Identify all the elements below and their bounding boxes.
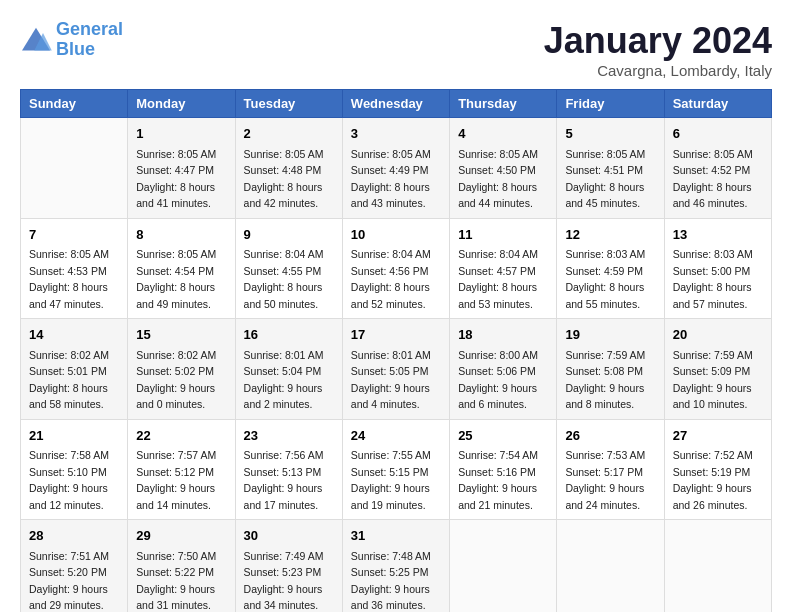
calendar-cell: 28 Sunrise: 7:51 AMSunset: 5:20 PMDaylig… bbox=[21, 520, 128, 613]
day-number: 18 bbox=[458, 325, 548, 345]
calendar-header: SundayMondayTuesdayWednesdayThursdayFrid… bbox=[21, 90, 772, 118]
day-info: Sunrise: 7:53 AMSunset: 5:17 PMDaylight:… bbox=[565, 449, 645, 511]
day-number: 9 bbox=[244, 225, 334, 245]
day-number: 19 bbox=[565, 325, 655, 345]
calendar-cell: 26 Sunrise: 7:53 AMSunset: 5:17 PMDaylig… bbox=[557, 419, 664, 520]
day-info: Sunrise: 8:01 AMSunset: 5:05 PMDaylight:… bbox=[351, 349, 431, 411]
header-day: Tuesday bbox=[235, 90, 342, 118]
title-block: January 2024 Cavargna, Lombardy, Italy bbox=[544, 20, 772, 79]
day-number: 8 bbox=[136, 225, 226, 245]
day-info: Sunrise: 7:55 AMSunset: 5:15 PMDaylight:… bbox=[351, 449, 431, 511]
calendar-cell: 5 Sunrise: 8:05 AMSunset: 4:51 PMDayligh… bbox=[557, 118, 664, 219]
logo-line1: General bbox=[56, 19, 123, 39]
day-info: Sunrise: 7:52 AMSunset: 5:19 PMDaylight:… bbox=[673, 449, 753, 511]
calendar-cell: 16 Sunrise: 8:01 AMSunset: 5:04 PMDaylig… bbox=[235, 319, 342, 420]
calendar-cell bbox=[450, 520, 557, 613]
header-day: Thursday bbox=[450, 90, 557, 118]
calendar-cell: 7 Sunrise: 8:05 AMSunset: 4:53 PMDayligh… bbox=[21, 218, 128, 319]
day-info: Sunrise: 8:04 AMSunset: 4:57 PMDaylight:… bbox=[458, 248, 538, 310]
calendar-cell: 4 Sunrise: 8:05 AMSunset: 4:50 PMDayligh… bbox=[450, 118, 557, 219]
calendar-cell: 21 Sunrise: 7:58 AMSunset: 5:10 PMDaylig… bbox=[21, 419, 128, 520]
calendar-cell bbox=[21, 118, 128, 219]
week-row: 7 Sunrise: 8:05 AMSunset: 4:53 PMDayligh… bbox=[21, 218, 772, 319]
calendar-cell: 27 Sunrise: 7:52 AMSunset: 5:19 PMDaylig… bbox=[664, 419, 771, 520]
day-info: Sunrise: 7:58 AMSunset: 5:10 PMDaylight:… bbox=[29, 449, 109, 511]
day-number: 16 bbox=[244, 325, 334, 345]
header-day: Monday bbox=[128, 90, 235, 118]
day-number: 17 bbox=[351, 325, 441, 345]
day-info: Sunrise: 8:05 AMSunset: 4:49 PMDaylight:… bbox=[351, 148, 431, 210]
calendar-cell: 19 Sunrise: 7:59 AMSunset: 5:08 PMDaylig… bbox=[557, 319, 664, 420]
day-number: 1 bbox=[136, 124, 226, 144]
day-number: 14 bbox=[29, 325, 119, 345]
day-number: 2 bbox=[244, 124, 334, 144]
day-number: 22 bbox=[136, 426, 226, 446]
day-info: Sunrise: 8:03 AMSunset: 4:59 PMDaylight:… bbox=[565, 248, 645, 310]
calendar-cell: 29 Sunrise: 7:50 AMSunset: 5:22 PMDaylig… bbox=[128, 520, 235, 613]
day-info: Sunrise: 8:05 AMSunset: 4:53 PMDaylight:… bbox=[29, 248, 109, 310]
day-number: 12 bbox=[565, 225, 655, 245]
header-day: Wednesday bbox=[342, 90, 449, 118]
calendar-cell: 22 Sunrise: 7:57 AMSunset: 5:12 PMDaylig… bbox=[128, 419, 235, 520]
header-day: Sunday bbox=[21, 90, 128, 118]
calendar-cell: 15 Sunrise: 8:02 AMSunset: 5:02 PMDaylig… bbox=[128, 319, 235, 420]
location: Cavargna, Lombardy, Italy bbox=[544, 62, 772, 79]
calendar-cell: 25 Sunrise: 7:54 AMSunset: 5:16 PMDaylig… bbox=[450, 419, 557, 520]
week-row: 28 Sunrise: 7:51 AMSunset: 5:20 PMDaylig… bbox=[21, 520, 772, 613]
calendar-cell: 2 Sunrise: 8:05 AMSunset: 4:48 PMDayligh… bbox=[235, 118, 342, 219]
day-info: Sunrise: 8:05 AMSunset: 4:54 PMDaylight:… bbox=[136, 248, 216, 310]
calendar-cell: 6 Sunrise: 8:05 AMSunset: 4:52 PMDayligh… bbox=[664, 118, 771, 219]
week-row: 21 Sunrise: 7:58 AMSunset: 5:10 PMDaylig… bbox=[21, 419, 772, 520]
day-info: Sunrise: 8:05 AMSunset: 4:52 PMDaylight:… bbox=[673, 148, 753, 210]
header-day: Friday bbox=[557, 90, 664, 118]
calendar-cell: 17 Sunrise: 8:01 AMSunset: 5:05 PMDaylig… bbox=[342, 319, 449, 420]
day-info: Sunrise: 7:56 AMSunset: 5:13 PMDaylight:… bbox=[244, 449, 324, 511]
day-info: Sunrise: 7:59 AMSunset: 5:09 PMDaylight:… bbox=[673, 349, 753, 411]
day-number: 10 bbox=[351, 225, 441, 245]
day-info: Sunrise: 7:59 AMSunset: 5:08 PMDaylight:… bbox=[565, 349, 645, 411]
calendar-cell: 23 Sunrise: 7:56 AMSunset: 5:13 PMDaylig… bbox=[235, 419, 342, 520]
day-info: Sunrise: 8:02 AMSunset: 5:02 PMDaylight:… bbox=[136, 349, 216, 411]
calendar-cell: 14 Sunrise: 8:02 AMSunset: 5:01 PMDaylig… bbox=[21, 319, 128, 420]
calendar-cell: 11 Sunrise: 8:04 AMSunset: 4:57 PMDaylig… bbox=[450, 218, 557, 319]
calendar-cell bbox=[557, 520, 664, 613]
day-info: Sunrise: 8:03 AMSunset: 5:00 PMDaylight:… bbox=[673, 248, 753, 310]
day-number: 21 bbox=[29, 426, 119, 446]
day-number: 27 bbox=[673, 426, 763, 446]
logo-icon bbox=[20, 26, 52, 54]
day-number: 13 bbox=[673, 225, 763, 245]
header-row: SundayMondayTuesdayWednesdayThursdayFrid… bbox=[21, 90, 772, 118]
calendar-cell: 13 Sunrise: 8:03 AMSunset: 5:00 PMDaylig… bbox=[664, 218, 771, 319]
day-info: Sunrise: 7:57 AMSunset: 5:12 PMDaylight:… bbox=[136, 449, 216, 511]
day-info: Sunrise: 7:51 AMSunset: 5:20 PMDaylight:… bbox=[29, 550, 109, 612]
day-number: 6 bbox=[673, 124, 763, 144]
logo-text: General Blue bbox=[56, 20, 123, 60]
day-number: 31 bbox=[351, 526, 441, 546]
day-info: Sunrise: 7:50 AMSunset: 5:22 PMDaylight:… bbox=[136, 550, 216, 612]
month-title: January 2024 bbox=[544, 20, 772, 62]
calendar-body: 1 Sunrise: 8:05 AMSunset: 4:47 PMDayligh… bbox=[21, 118, 772, 613]
week-row: 1 Sunrise: 8:05 AMSunset: 4:47 PMDayligh… bbox=[21, 118, 772, 219]
calendar-cell bbox=[664, 520, 771, 613]
day-info: Sunrise: 8:05 AMSunset: 4:50 PMDaylight:… bbox=[458, 148, 538, 210]
calendar-cell: 8 Sunrise: 8:05 AMSunset: 4:54 PMDayligh… bbox=[128, 218, 235, 319]
day-number: 3 bbox=[351, 124, 441, 144]
day-info: Sunrise: 8:01 AMSunset: 5:04 PMDaylight:… bbox=[244, 349, 324, 411]
calendar-cell: 31 Sunrise: 7:48 AMSunset: 5:25 PMDaylig… bbox=[342, 520, 449, 613]
day-number: 5 bbox=[565, 124, 655, 144]
header-day: Saturday bbox=[664, 90, 771, 118]
calendar-cell: 24 Sunrise: 7:55 AMSunset: 5:15 PMDaylig… bbox=[342, 419, 449, 520]
day-number: 11 bbox=[458, 225, 548, 245]
day-info: Sunrise: 8:05 AMSunset: 4:47 PMDaylight:… bbox=[136, 148, 216, 210]
day-number: 26 bbox=[565, 426, 655, 446]
calendar-cell: 10 Sunrise: 8:04 AMSunset: 4:56 PMDaylig… bbox=[342, 218, 449, 319]
calendar-cell: 1 Sunrise: 8:05 AMSunset: 4:47 PMDayligh… bbox=[128, 118, 235, 219]
day-info: Sunrise: 7:54 AMSunset: 5:16 PMDaylight:… bbox=[458, 449, 538, 511]
day-number: 4 bbox=[458, 124, 548, 144]
day-info: Sunrise: 7:49 AMSunset: 5:23 PMDaylight:… bbox=[244, 550, 324, 612]
logo-line2: Blue bbox=[56, 39, 95, 59]
calendar-cell: 12 Sunrise: 8:03 AMSunset: 4:59 PMDaylig… bbox=[557, 218, 664, 319]
logo: General Blue bbox=[20, 20, 123, 60]
day-number: 25 bbox=[458, 426, 548, 446]
day-info: Sunrise: 8:04 AMSunset: 4:55 PMDaylight:… bbox=[244, 248, 324, 310]
